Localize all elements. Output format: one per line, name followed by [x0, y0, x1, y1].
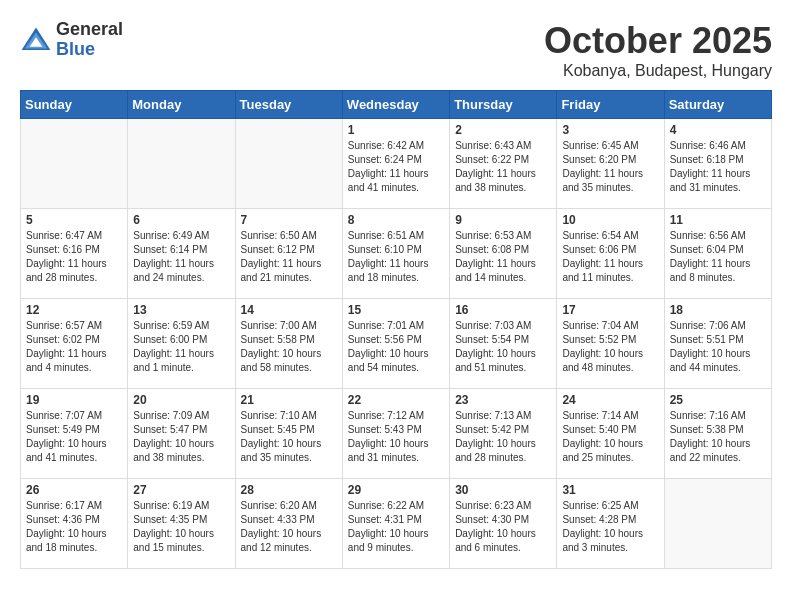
day-info: Sunrise: 6:49 AMSunset: 6:14 PMDaylight:… — [133, 229, 229, 285]
day-number: 11 — [670, 213, 766, 227]
day-number: 22 — [348, 393, 444, 407]
day-number: 2 — [455, 123, 551, 137]
day-info: Sunrise: 6:25 AMSunset: 4:28 PMDaylight:… — [562, 499, 658, 555]
day-info: Sunrise: 6:19 AMSunset: 4:35 PMDaylight:… — [133, 499, 229, 555]
calendar-cell — [664, 479, 771, 569]
logo-text: General Blue — [56, 20, 123, 60]
calendar-cell: 17Sunrise: 7:04 AMSunset: 5:52 PMDayligh… — [557, 299, 664, 389]
calendar-cell: 22Sunrise: 7:12 AMSunset: 5:43 PMDayligh… — [342, 389, 449, 479]
calendar-cell: 1Sunrise: 6:42 AMSunset: 6:24 PMDaylight… — [342, 119, 449, 209]
day-number: 20 — [133, 393, 229, 407]
day-info: Sunrise: 6:45 AMSunset: 6:20 PMDaylight:… — [562, 139, 658, 195]
weekday-header-wednesday: Wednesday — [342, 91, 449, 119]
month-title: October 2025 — [544, 20, 772, 62]
day-number: 1 — [348, 123, 444, 137]
calendar-cell: 19Sunrise: 7:07 AMSunset: 5:49 PMDayligh… — [21, 389, 128, 479]
logo-general: General — [56, 20, 123, 40]
day-number: 13 — [133, 303, 229, 317]
calendar-cell: 2Sunrise: 6:43 AMSunset: 6:22 PMDaylight… — [450, 119, 557, 209]
day-number: 9 — [455, 213, 551, 227]
calendar-cell: 9Sunrise: 6:53 AMSunset: 6:08 PMDaylight… — [450, 209, 557, 299]
day-number: 21 — [241, 393, 337, 407]
day-info: Sunrise: 7:12 AMSunset: 5:43 PMDaylight:… — [348, 409, 444, 465]
title-block: October 2025 Kobanya, Budapest, Hungary — [544, 20, 772, 80]
day-number: 25 — [670, 393, 766, 407]
weekday-header-friday: Friday — [557, 91, 664, 119]
weekday-header-tuesday: Tuesday — [235, 91, 342, 119]
day-number: 26 — [26, 483, 122, 497]
weekday-header-saturday: Saturday — [664, 91, 771, 119]
day-info: Sunrise: 7:13 AMSunset: 5:42 PMDaylight:… — [455, 409, 551, 465]
day-number: 5 — [26, 213, 122, 227]
day-info: Sunrise: 7:00 AMSunset: 5:58 PMDaylight:… — [241, 319, 337, 375]
day-number: 30 — [455, 483, 551, 497]
day-number: 24 — [562, 393, 658, 407]
calendar-cell: 29Sunrise: 6:22 AMSunset: 4:31 PMDayligh… — [342, 479, 449, 569]
weekday-header-monday: Monday — [128, 91, 235, 119]
day-number: 6 — [133, 213, 229, 227]
day-number: 23 — [455, 393, 551, 407]
day-info: Sunrise: 6:23 AMSunset: 4:30 PMDaylight:… — [455, 499, 551, 555]
day-info: Sunrise: 6:53 AMSunset: 6:08 PMDaylight:… — [455, 229, 551, 285]
calendar-cell: 15Sunrise: 7:01 AMSunset: 5:56 PMDayligh… — [342, 299, 449, 389]
calendar-cell: 6Sunrise: 6:49 AMSunset: 6:14 PMDaylight… — [128, 209, 235, 299]
day-info: Sunrise: 6:17 AMSunset: 4:36 PMDaylight:… — [26, 499, 122, 555]
calendar-cell: 4Sunrise: 6:46 AMSunset: 6:18 PMDaylight… — [664, 119, 771, 209]
day-info: Sunrise: 7:06 AMSunset: 5:51 PMDaylight:… — [670, 319, 766, 375]
calendar-cell: 23Sunrise: 7:13 AMSunset: 5:42 PMDayligh… — [450, 389, 557, 479]
day-number: 10 — [562, 213, 658, 227]
day-info: Sunrise: 7:09 AMSunset: 5:47 PMDaylight:… — [133, 409, 229, 465]
day-info: Sunrise: 6:57 AMSunset: 6:02 PMDaylight:… — [26, 319, 122, 375]
calendar-cell: 26Sunrise: 6:17 AMSunset: 4:36 PMDayligh… — [21, 479, 128, 569]
calendar-cell: 30Sunrise: 6:23 AMSunset: 4:30 PMDayligh… — [450, 479, 557, 569]
day-info: Sunrise: 7:03 AMSunset: 5:54 PMDaylight:… — [455, 319, 551, 375]
day-info: Sunrise: 6:20 AMSunset: 4:33 PMDaylight:… — [241, 499, 337, 555]
calendar-cell — [128, 119, 235, 209]
logo-blue: Blue — [56, 40, 123, 60]
day-info: Sunrise: 6:47 AMSunset: 6:16 PMDaylight:… — [26, 229, 122, 285]
day-number: 31 — [562, 483, 658, 497]
calendar-cell: 24Sunrise: 7:14 AMSunset: 5:40 PMDayligh… — [557, 389, 664, 479]
day-number: 19 — [26, 393, 122, 407]
day-info: Sunrise: 6:46 AMSunset: 6:18 PMDaylight:… — [670, 139, 766, 195]
location: Kobanya, Budapest, Hungary — [544, 62, 772, 80]
weekday-header-thursday: Thursday — [450, 91, 557, 119]
calendar-cell: 11Sunrise: 6:56 AMSunset: 6:04 PMDayligh… — [664, 209, 771, 299]
calendar-cell: 31Sunrise: 6:25 AMSunset: 4:28 PMDayligh… — [557, 479, 664, 569]
calendar-cell: 10Sunrise: 6:54 AMSunset: 6:06 PMDayligh… — [557, 209, 664, 299]
calendar-cell: 27Sunrise: 6:19 AMSunset: 4:35 PMDayligh… — [128, 479, 235, 569]
day-info: Sunrise: 6:43 AMSunset: 6:22 PMDaylight:… — [455, 139, 551, 195]
day-number: 29 — [348, 483, 444, 497]
day-info: Sunrise: 6:54 AMSunset: 6:06 PMDaylight:… — [562, 229, 658, 285]
calendar-cell: 21Sunrise: 7:10 AMSunset: 5:45 PMDayligh… — [235, 389, 342, 479]
week-row-1: 1Sunrise: 6:42 AMSunset: 6:24 PMDaylight… — [21, 119, 772, 209]
day-number: 3 — [562, 123, 658, 137]
week-row-2: 5Sunrise: 6:47 AMSunset: 6:16 PMDaylight… — [21, 209, 772, 299]
logo-icon — [20, 26, 52, 54]
calendar-cell: 16Sunrise: 7:03 AMSunset: 5:54 PMDayligh… — [450, 299, 557, 389]
day-number: 8 — [348, 213, 444, 227]
day-info: Sunrise: 7:16 AMSunset: 5:38 PMDaylight:… — [670, 409, 766, 465]
week-row-4: 19Sunrise: 7:07 AMSunset: 5:49 PMDayligh… — [21, 389, 772, 479]
page-header: General Blue October 2025 Kobanya, Budap… — [20, 20, 772, 80]
calendar: SundayMondayTuesdayWednesdayThursdayFrid… — [20, 90, 772, 569]
day-number: 12 — [26, 303, 122, 317]
day-info: Sunrise: 6:59 AMSunset: 6:00 PMDaylight:… — [133, 319, 229, 375]
day-number: 14 — [241, 303, 337, 317]
day-info: Sunrise: 6:50 AMSunset: 6:12 PMDaylight:… — [241, 229, 337, 285]
day-number: 16 — [455, 303, 551, 317]
calendar-cell: 12Sunrise: 6:57 AMSunset: 6:02 PMDayligh… — [21, 299, 128, 389]
day-info: Sunrise: 7:01 AMSunset: 5:56 PMDaylight:… — [348, 319, 444, 375]
weekday-header-sunday: Sunday — [21, 91, 128, 119]
day-number: 15 — [348, 303, 444, 317]
day-info: Sunrise: 7:07 AMSunset: 5:49 PMDaylight:… — [26, 409, 122, 465]
day-number: 27 — [133, 483, 229, 497]
calendar-cell: 13Sunrise: 6:59 AMSunset: 6:00 PMDayligh… — [128, 299, 235, 389]
day-number: 17 — [562, 303, 658, 317]
day-info: Sunrise: 7:04 AMSunset: 5:52 PMDaylight:… — [562, 319, 658, 375]
day-info: Sunrise: 7:10 AMSunset: 5:45 PMDaylight:… — [241, 409, 337, 465]
calendar-cell: 5Sunrise: 6:47 AMSunset: 6:16 PMDaylight… — [21, 209, 128, 299]
day-info: Sunrise: 6:22 AMSunset: 4:31 PMDaylight:… — [348, 499, 444, 555]
calendar-cell: 14Sunrise: 7:00 AMSunset: 5:58 PMDayligh… — [235, 299, 342, 389]
calendar-cell: 25Sunrise: 7:16 AMSunset: 5:38 PMDayligh… — [664, 389, 771, 479]
